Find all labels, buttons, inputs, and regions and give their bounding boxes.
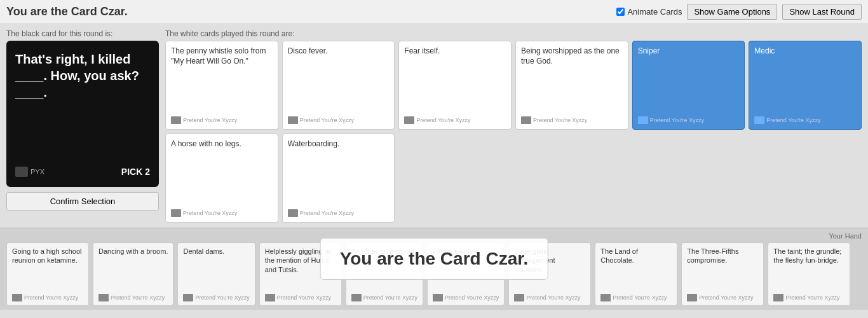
card-logo-icon-wc2 <box>288 116 298 124</box>
hand-card-text-hc10: The taint; the grundle; the fleshy fun-b… <box>773 247 844 265</box>
hand-card-text-hc5: An ether-soaked rag. <box>351 247 417 256</box>
hand-card-hc8[interactable]: The Land of Chocolate.Pretend You're Xyz… <box>595 242 677 306</box>
white-cards-section-label: The white cards played this round are: <box>165 29 862 38</box>
black-card-logo-text: PYX <box>31 168 44 176</box>
white-card-text-wc4: Being worshipped as the one true God. <box>521 46 623 66</box>
animate-cards-checkbox[interactable] <box>616 8 625 16</box>
card-logo-text-wc1: Pretend You're Xyzzy <box>183 117 237 123</box>
hand-card-logo-icon-hc8 <box>600 294 611 301</box>
game-area: The black card for this round is: That's… <box>6 29 862 223</box>
card-logo-icon-wc1 <box>171 116 181 124</box>
hand-card-hc3[interactable]: Dental dams.Pretend You're Xyzzy <box>177 242 255 306</box>
main-area: The black card for this round is: That's… <box>0 24 868 228</box>
white-card-wc3[interactable]: Fear itself.Pretend You're Xyzzy <box>398 41 512 130</box>
hand-card-hc5[interactable]: An ether-soaked rag.Pretend You're Xyzzy <box>346 242 423 306</box>
white-cards-area: The white cards played this round are: T… <box>165 29 862 223</box>
hand-card-hc6[interactable]: Finger painting.Pretend You're Xyzzy <box>427 242 505 306</box>
pick-number: 2 <box>145 167 150 177</box>
card-logo-icon-wc7 <box>171 209 181 217</box>
confirm-selection-button[interactable]: Confirm Selection <box>6 192 159 211</box>
card-logo-text-wc3: Pretend You're Xyzzy <box>416 117 470 123</box>
hand-card-logo-text-hc8: Pretend You're Xyzzy <box>613 294 667 301</box>
black-card-footer: PYX PICK 2 <box>15 167 150 177</box>
card-logo-icon-wc8 <box>288 209 298 217</box>
white-card-text-wc1: The penny whistle solo from "My Heart Wi… <box>171 46 273 66</box>
hand-card-hc7[interactable]: Synergistic management solutions.Pretend… <box>508 242 591 306</box>
white-card-text-wc8: Waterboarding. <box>288 139 390 149</box>
hand-card-text-hc2: Dancing with a broom. <box>98 247 168 256</box>
hand-card-hc10[interactable]: The taint; the grundle; the fleshy fun-b… <box>768 242 850 306</box>
hand-card-logo-icon-hc5 <box>351 294 362 301</box>
white-card-wc6[interactable]: MedicPretend You're Xyzzy <box>749 41 862 130</box>
white-card-text-wc5: Sniper <box>638 46 740 57</box>
white-card-wc1[interactable]: The penny whistle solo from "My Heart Wi… <box>165 41 278 130</box>
white-card-wc2[interactable]: Disco fever.Pretend You're Xyzzy <box>282 41 395 130</box>
white-card-footer-wc6: Pretend You're Xyzzy <box>754 116 856 124</box>
hand-card-logo-icon-hc1 <box>12 294 22 301</box>
white-card-footer-wc5: Pretend You're Xyzzy <box>638 116 740 124</box>
white-card-text-wc2: Disco fever. <box>288 46 390 57</box>
card-logo-text-wc8: Pretend You're Xyzzy <box>300 210 354 216</box>
hand-card-hc9[interactable]: The Three-Fifths compromise.Pretend You'… <box>681 242 764 306</box>
hand-card-footer-hc9: Pretend You're Xyzzy <box>687 294 758 301</box>
card-logo-icon-wc4 <box>521 116 531 124</box>
hand-card-footer-hc5: Pretend You're Xyzzy <box>351 294 417 301</box>
white-card-wc4[interactable]: Being worshipped as the one true God.Pre… <box>515 41 628 130</box>
white-card-wc7[interactable]: A horse with no legs.Pretend You're Xyzz… <box>165 134 278 223</box>
hand-card-text-hc6: Finger painting. <box>433 247 499 256</box>
card-logo-text-wc5: Pretend You're Xyzzy <box>650 117 704 123</box>
white-card-footer-wc1: Pretend You're Xyzzy <box>171 116 273 124</box>
hand-area: Your Hand Going to a high school reunion… <box>0 228 868 310</box>
card-logo-text-wc4: Pretend You're Xyzzy <box>533 117 587 123</box>
hand-card-footer-hc1: Pretend You're Xyzzy <box>12 294 83 301</box>
hand-card-logo-text-hc5: Pretend You're Xyzzy <box>363 294 417 301</box>
card-logo-text-wc2: Pretend You're Xyzzy <box>300 117 354 123</box>
hand-label: Your Hand <box>6 232 862 240</box>
hand-card-text-hc9: The Three-Fifths compromise. <box>687 247 758 265</box>
header-controls: Animate Cards Show Game Options Show Las… <box>616 4 862 20</box>
hand-card-logo-text-hc3: Pretend You're Xyzzy <box>195 294 249 301</box>
show-game-options-button[interactable]: Show Game Options <box>687 4 777 20</box>
white-card-text-wc7: A horse with no legs. <box>171 139 273 149</box>
card-logo-icon-wc3 <box>404 116 414 124</box>
hand-card-hc4[interactable]: Helplessly giggling at the mention of Hu… <box>259 242 342 306</box>
hand-card-footer-hc8: Pretend You're Xyzzy <box>600 294 672 301</box>
hand-card-logo-icon-hc6 <box>433 294 443 301</box>
hand-card-footer-hc7: Pretend You're Xyzzy <box>514 294 585 301</box>
hand-card-logo-text-hc9: Pretend You're Xyzzy <box>699 294 753 301</box>
white-card-footer-wc2: Pretend You're Xyzzy <box>288 116 390 124</box>
hand-card-text-hc3: Dental dams. <box>183 247 249 256</box>
white-card-footer-wc8: Pretend You're Xyzzy <box>288 209 390 217</box>
card-logo-text-wc6: Pretend You're Xyzzy <box>766 117 820 123</box>
hand-card-logo-text-hc10: Pretend You're Xyzzy <box>785 294 839 301</box>
black-card-section-label: The black card for this round is: <box>6 29 159 38</box>
card-logo-icon-wc5 <box>638 116 648 124</box>
white-card-text-wc6: Medic <box>754 46 856 57</box>
pick-badge: PICK 2 <box>121 167 150 177</box>
animate-cards-text: Animate Cards <box>627 7 682 17</box>
white-card-footer-wc4: Pretend You're Xyzzy <box>521 116 623 124</box>
white-cards-grid: The penny whistle solo from "My Heart Wi… <box>165 41 862 223</box>
white-card-wc8[interactable]: Waterboarding.Pretend You're Xyzzy <box>282 134 395 223</box>
black-card-logo-icon <box>15 167 28 177</box>
hand-card-hc2[interactable]: Dancing with a broom.Pretend You're Xyzz… <box>93 242 173 306</box>
hand-cards: Going to a high school reunion on ketami… <box>6 242 862 306</box>
black-card-area: The black card for this round is: That's… <box>6 29 159 223</box>
animate-cards-label[interactable]: Animate Cards <box>616 7 682 17</box>
white-card-wc5[interactable]: SniperPretend You're Xyzzy <box>632 41 745 130</box>
pick-label: PICK <box>121 167 142 177</box>
hand-card-logo-icon-hc3 <box>183 294 193 301</box>
hand-card-hc1[interactable]: Going to a high school reunion on ketami… <box>6 242 89 306</box>
black-card-logo: PYX <box>15 167 44 177</box>
hand-card-logo-text-hc7: Pretend You're Xyzzy <box>526 294 580 301</box>
header: You are the Card Czar. Animate Cards Sho… <box>0 0 868 24</box>
white-card-footer-wc7: Pretend You're Xyzzy <box>171 209 273 217</box>
page-title: You are the Card Czar. <box>6 5 128 18</box>
white-card-text-wc3: Fear itself. <box>404 46 506 57</box>
show-last-round-button[interactable]: Show Last Round <box>782 4 862 20</box>
hand-card-logo-icon-hc4 <box>265 294 275 301</box>
hand-card-footer-hc6: Pretend You're Xyzzy <box>433 294 499 301</box>
hand-card-text-hc8: The Land of Chocolate. <box>600 247 672 265</box>
hand-card-footer-hc2: Pretend You're Xyzzy <box>98 294 168 301</box>
hand-card-logo-icon-hc10 <box>773 294 783 301</box>
